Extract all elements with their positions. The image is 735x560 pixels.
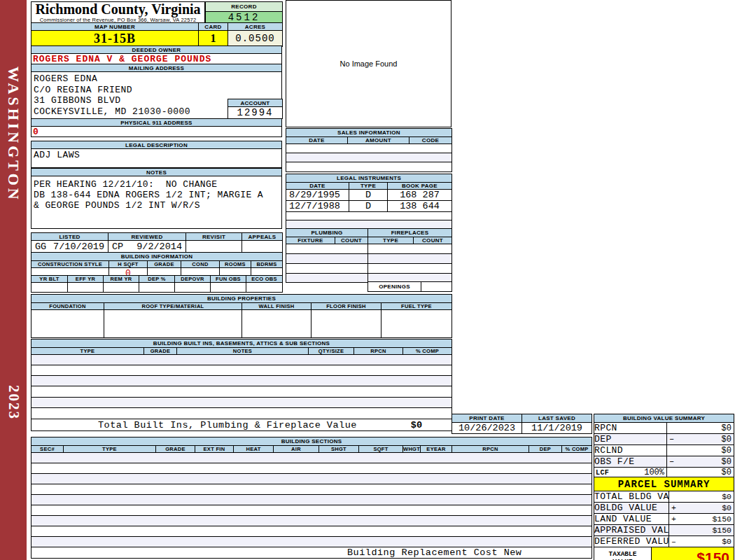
parcel-summary-table: PARCEL SUMMARY TOTAL BLDG VALUE $0 OBLDG… [594, 477, 734, 560]
bvs-row-label: LCF [596, 469, 609, 477]
physical-911-value: 0 [31, 126, 282, 137]
wall-finish-value [242, 310, 312, 338]
bvs-row-label: RPCN [594, 423, 667, 434]
parcel-row-label: APPRAISED VALUE [594, 525, 669, 536]
openings-label: OPENINGS [368, 282, 421, 292]
notes-line: DB 138-644 EDNA ROGERS 1/2 INT; MARGIE A [34, 190, 281, 200]
instrument-bookpage: 168 287 [388, 190, 452, 201]
col-header: SEC# [31, 446, 64, 453]
empty-row [286, 254, 368, 264]
empty-row [31, 484, 592, 495]
empty-row [286, 144, 452, 153]
building-properties-header: BUILDING PROPERTIES [31, 295, 452, 303]
map-number-label: MAP NUMBER [31, 23, 199, 31]
building-sections-table: BUILDING SECTIONS SEC# TYPE GRADE EXT FI… [31, 437, 592, 559]
acres-value: 0.0500 [228, 31, 283, 47]
bvs-row-label: OBS F/E [594, 456, 667, 468]
empty-row [31, 355, 452, 365]
col-header: WALL FINISH [242, 303, 312, 310]
notes-box: PER HEARING 12/21/10: NO CHANGE DB 138-6… [31, 176, 282, 229]
listed-date: 7/10/2019 [53, 241, 104, 252]
building-properties-table: BUILDING PROPERTIES FOUNDATION ROOF TYPE… [31, 294, 452, 338]
parcel-sign: + [671, 514, 676, 524]
col-header: FIXTURE [286, 237, 335, 244]
built-ins-total-value: $0 [411, 420, 422, 430]
parcel-row-label: DEFERRED VALUE [594, 536, 669, 547]
record-value: 4512 [206, 12, 283, 24]
empty-row [368, 244, 452, 254]
col-header: COUNT [335, 237, 368, 244]
col-header: GRADE [144, 348, 177, 355]
account-value: 12994 [228, 107, 283, 119]
col-header: ROOMS [220, 261, 251, 268]
col-header: DEPOVR [175, 276, 211, 283]
col-header: FUEL TYPE [382, 303, 452, 310]
card-label: CARD [199, 23, 228, 31]
roof-value [104, 310, 242, 338]
col-header: ROOF TYPE/MATERIAL [104, 303, 242, 310]
empty-row [286, 244, 368, 254]
empty-row [31, 398, 452, 408]
deeded-owner-value: ROGERS EDNA V & GEORGE POUNDS [31, 53, 282, 64]
empty-row [31, 376, 452, 386]
reviewed-label: REVIEWED [108, 233, 186, 241]
col-header: SQFT [359, 446, 403, 453]
building-sections-footer-row: Building Replacement Cost New [31, 547, 592, 559]
col-header: BOOK PAGE [388, 183, 452, 190]
empty-row [31, 474, 592, 484]
appeals-label: APPEALS [242, 233, 283, 241]
rem-yr-value [104, 283, 139, 293]
built-ins-total-row: Total Built Ins, Plumbing & Fireplace Va… [31, 419, 452, 431]
notes-line: PER HEARING 12/21/10: NO CHANGE [34, 179, 281, 190]
sidebar-district-label: WASHINGTON [4, 66, 22, 202]
taxable-label-line: TAXABLE [594, 550, 651, 558]
print-date-value: 10/26/2023 [452, 423, 522, 434]
col-header: COUNT [414, 237, 452, 244]
appeals-cell [242, 241, 283, 253]
col-header: EYEAR [421, 446, 452, 453]
parcel-value: $0 [722, 503, 732, 512]
parcel-value: $150 [712, 526, 732, 535]
instrument-type: D [349, 190, 388, 201]
record-label: RECORD [206, 2, 283, 12]
legal-instruments-table: LEGAL INSTRUMENTS DATE TYPE BOOK PAGE 8/… [286, 174, 452, 230]
fun-obs-value [211, 283, 246, 293]
col-header: EFF YR [68, 276, 104, 283]
openings-table: OPENINGS [368, 281, 452, 292]
instrument-bookpage: 138 644 [388, 201, 452, 212]
plumbing-header: PLUMBING [286, 229, 368, 237]
parcel-row-label: TOTAL BLDG VALUE [594, 491, 669, 503]
empty-row [286, 212, 452, 220]
building-value-summary-table: BUILDING VALUE SUMMARY RPCN $0 DEP –$0 R… [594, 414, 734, 478]
building-value-summary-header: BUILDING VALUE SUMMARY [594, 414, 734, 423]
col-header: EXT FIN [195, 446, 234, 453]
col-header: WHGT [403, 446, 421, 453]
col-header: FLOOR FINISH [312, 303, 382, 310]
built-ins-table: BUILDING BUILT INS, BASEMENTS, ATTICS & … [31, 339, 452, 431]
built-ins-header: BUILDING BUILT INS, BASEMENTS, ATTICS & … [31, 340, 452, 348]
reviewed-by: CP [112, 241, 123, 252]
col-header: FOUNDATION [31, 303, 104, 310]
col-header: FUN OBS [211, 276, 246, 283]
col-header: ECO OBS [246, 276, 283, 283]
visits-table: LISTED REVIEWED REVISIT APPEALS GG7/10/2… [31, 232, 283, 253]
floor-finish-value [312, 310, 382, 338]
image-panel: No Image Found [286, 0, 451, 127]
bvs-lcf-pct: 100% [644, 468, 664, 477]
eco-obs-value [246, 283, 283, 293]
col-header: H SQFT [109, 261, 148, 268]
last-saved-label: LAST SAVED [522, 414, 592, 423]
empty-row [286, 162, 452, 172]
sales-information-header: SALES INFORMATION [286, 129, 452, 137]
legal-instruments-header: LEGAL INSTRUMENTS [286, 174, 452, 183]
col-header: TYPE [368, 237, 414, 244]
mailing-address-line: ROGERS EDNA [34, 74, 281, 85]
parcel-summary-header: PARCEL SUMMARY [594, 477, 734, 491]
parcel-row-label: OBLDG VALUE [594, 503, 669, 514]
col-header: DATE [286, 183, 349, 190]
empty-row [31, 463, 592, 474]
bvs-sign: – [669, 435, 674, 444]
revisit-cell [186, 241, 242, 253]
bvs-value: $0 [722, 457, 732, 467]
empty-row [31, 453, 592, 463]
